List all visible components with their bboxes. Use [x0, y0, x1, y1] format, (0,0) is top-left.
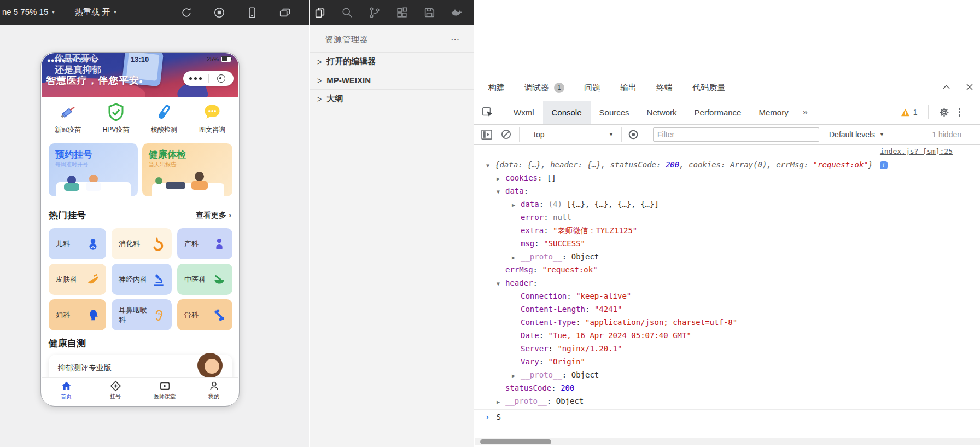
department-card-骨科[interactable]: 骨科: [177, 299, 232, 330]
explorer-section-打开的编辑器[interactable]: >打开的编辑器: [310, 52, 474, 71]
console-line: statusCode: 200: [474, 381, 980, 394]
devtools-tab-sources[interactable]: Sources: [591, 101, 638, 124]
desk-illustration: [152, 183, 224, 196]
debugger-tab-strip: 构建调试器1问题输出终端代码质量: [474, 74, 980, 101]
source-link[interactable]: index.js? [sm]:25: [880, 147, 953, 155]
filter-input[interactable]: [653, 127, 819, 142]
department-card-消化科[interactable]: 消化科: [112, 228, 172, 259]
scrollbar-thumb[interactable]: [480, 439, 551, 444]
person-body-illustration: [191, 181, 208, 190]
health-checkup-card[interactable]: 健康体检 当天出报告: [142, 143, 232, 196]
microscope-icon: [151, 272, 166, 287]
expander-down-icon[interactable]: ▼: [486, 159, 495, 172]
quick-action-图文咨询[interactable]: 图文咨询: [192, 97, 232, 143]
warnings-counter[interactable]: 1: [901, 108, 918, 117]
department-card-耳鼻咽喉科[interactable]: 耳鼻咽喉科: [112, 299, 172, 330]
devtools-tab-wxml[interactable]: Wxml: [505, 101, 543, 124]
quick-action-新冠疫苗[interactable]: 新冠疫苗: [48, 97, 88, 143]
tab-我的[interactable]: 我的: [192, 378, 236, 405]
department-card-产科[interactable]: 产科: [177, 228, 232, 259]
appointment-card[interactable]: 预约挂号 每周准时开号: [49, 143, 138, 196]
panel-tab-终端[interactable]: 终端: [656, 83, 673, 93]
expander-down-icon[interactable]: ▼: [497, 277, 505, 291]
chat-bubble-icon: [202, 102, 222, 122]
source-location-row: index.js? [sm]:25: [474, 144, 980, 158]
tab-首页[interactable]: 首页: [44, 378, 88, 405]
department-card-儿科[interactable]: 儿科: [49, 228, 106, 259]
card-subtitle: 当天出报告: [149, 161, 176, 169]
toolbar-divider: [309, 0, 310, 25]
refresh-icon[interactable]: [180, 7, 192, 19]
exit-button[interactable]: [209, 74, 234, 83]
hot-reload-toggle[interactable]: 热重载 开▾: [75, 7, 116, 18]
more-menu-button[interactable]: [183, 77, 208, 80]
devtools-tab-console[interactable]: Console: [543, 101, 591, 124]
panel-tab-代码质量[interactable]: 代码质量: [692, 83, 725, 93]
console-line: Content-Length: "4241": [474, 303, 980, 316]
department-card-皮肤科[interactable]: 皮肤科: [49, 264, 106, 295]
panel-tab-调试器[interactable]: 调试器1: [524, 83, 564, 93]
eval-context-icon[interactable]: [481, 130, 492, 140]
devtools-tab-performance[interactable]: Performance: [686, 101, 750, 124]
department-card-妇科[interactable]: 妇科: [49, 299, 106, 330]
department-card-神经内科[interactable]: 神经内科: [112, 264, 172, 295]
department-label: 中医科: [184, 275, 206, 285]
console-toolbar: top ▼ Default levels ▼ 1 hidden: [474, 124, 980, 145]
tab-overflow-icon[interactable]: »: [797, 107, 813, 117]
expander-right-icon[interactable]: ▶: [512, 199, 521, 212]
stop-icon[interactable]: [213, 7, 225, 19]
device-selector[interactable]: ne 5 75% 15▾: [2, 7, 55, 16]
phone-icon[interactable]: [246, 7, 258, 19]
close-icon[interactable]: [966, 83, 973, 91]
settings-gear-icon[interactable]: [939, 107, 949, 118]
expander-right-icon[interactable]: ▶: [497, 396, 505, 409]
context-selector[interactable]: top ▼: [529, 130, 618, 139]
expander-right-icon[interactable]: ▶: [512, 251, 521, 264]
panel-tab-问题[interactable]: 问题: [584, 83, 600, 93]
console-line: ▶data: (4) [{…}, {…}, {…}, {…}]: [474, 198, 980, 211]
files-icon[interactable]: [314, 7, 326, 19]
tab-医师课堂[interactable]: 医师课堂: [143, 378, 186, 405]
devtools-tab-memory[interactable]: Memory: [750, 101, 797, 124]
kebab-menu-icon[interactable]: [956, 108, 963, 117]
log-levels-dropdown[interactable]: Default levels ▼: [829, 130, 884, 139]
clear-console-icon[interactable]: [501, 129, 511, 140]
extensions-icon[interactable]: [396, 7, 408, 19]
explorer-header: 资源管理器 ⋯: [310, 25, 474, 52]
cascade-windows-icon[interactable]: [279, 7, 291, 19]
ear-icon: [151, 308, 166, 322]
console-object-tree: ▼{data: {…}, header: {…}, statusCode: 20…: [474, 158, 980, 408]
quick-action-HPV疫苗[interactable]: HPV疫苗: [96, 97, 136, 143]
promo-banner[interactable]: 你是不开心 还是真抑郁 智慧医疗，伴您平安 ●●●●● WeChat 13:10…: [42, 53, 238, 97]
inspect-element-icon[interactable]: [481, 106, 493, 118]
live-expression-eye-icon[interactable]: [627, 130, 639, 140]
phone-screen: 你是不开心 还是真抑郁 智慧医疗，伴您平安 ●●●●● WeChat 13:10…: [42, 53, 238, 405]
department-card-中医科[interactable]: 中医科: [177, 264, 232, 295]
expander-right-icon[interactable]: ▶: [497, 172, 505, 185]
info-icon[interactable]: i: [880, 161, 888, 169]
view-more-link[interactable]: 查看更多›: [196, 210, 231, 220]
expander-right-icon[interactable]: ▶: [512, 369, 521, 382]
panel-tab-输出[interactable]: 输出: [620, 83, 637, 93]
test-item-label: 抑郁测评专业版: [58, 363, 112, 373]
explorer-section-大纲[interactable]: >大纲: [310, 89, 474, 108]
more-actions-icon[interactable]: ⋯: [451, 34, 460, 45]
console-prompt[interactable]: ›S: [474, 409, 980, 424]
top-toolbar: ne 5 75% 15▾ 热重载 开▾: [0, 0, 474, 25]
quick-action-核酸检测[interactable]: 核酸检测: [144, 97, 184, 143]
section-label: 打开的编辑器: [326, 56, 376, 67]
git-branch-icon[interactable]: [369, 7, 381, 19]
save-icon[interactable]: [423, 7, 435, 19]
search-icon[interactable]: [341, 7, 353, 19]
docker-icon[interactable]: [451, 7, 463, 19]
tab-挂号[interactable]: 挂号: [94, 378, 137, 405]
panel-tab-构建[interactable]: 构建: [488, 83, 505, 93]
collapse-icon[interactable]: [942, 83, 950, 91]
expander-down-icon[interactable]: ▼: [497, 185, 505, 199]
explorer-section-MP-WEIXIN[interactable]: >MP-WEIXIN: [310, 71, 474, 89]
devtools-tab-network[interactable]: Network: [638, 101, 686, 124]
department-label: 耳鼻咽喉科: [119, 305, 151, 325]
wifi-icon: [91, 57, 98, 63]
explorer-sections: >打开的编辑器>MP-WEIXIN>大纲: [310, 52, 474, 108]
status-time: 13:10: [131, 55, 149, 63]
